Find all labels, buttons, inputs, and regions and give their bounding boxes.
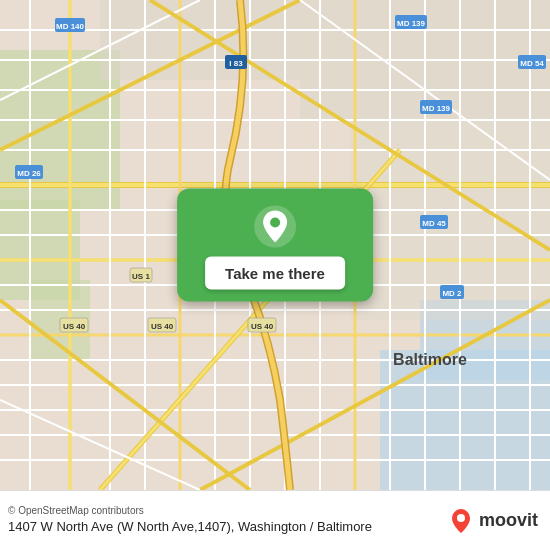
svg-rect-6	[100, 0, 300, 80]
svg-text:MD 26: MD 26	[17, 169, 41, 178]
moovit-logo: moovit	[447, 507, 538, 535]
svg-text:MD 2: MD 2	[442, 289, 462, 298]
svg-point-81	[270, 218, 280, 228]
moovit-pin-icon	[447, 507, 475, 535]
green-card: Take me there	[177, 189, 373, 302]
copyright-text: © OpenStreetMap contributors	[8, 505, 447, 516]
svg-text:US 40: US 40	[63, 322, 86, 331]
address-section: © OpenStreetMap contributors 1407 W Nort…	[8, 505, 447, 536]
svg-text:US 1: US 1	[132, 272, 150, 281]
svg-text:MD 54: MD 54	[520, 59, 544, 68]
svg-text:MD 140: MD 140	[56, 22, 85, 31]
location-pin-icon	[253, 205, 297, 249]
svg-text:MD 45: MD 45	[422, 219, 446, 228]
map-container: MD 140 I 83 MD 139 MD 26 US 1 MD 129 US …	[0, 0, 550, 490]
svg-text:US 40: US 40	[251, 322, 274, 331]
take-me-there-button[interactable]: Take me there	[205, 257, 345, 290]
svg-text:MD 139: MD 139	[397, 19, 426, 28]
svg-text:US 40: US 40	[151, 322, 174, 331]
moovit-brand-text: moovit	[479, 510, 538, 531]
svg-point-82	[457, 514, 465, 522]
bottom-bar: © OpenStreetMap contributors 1407 W Nort…	[0, 490, 550, 550]
svg-text:MD 139: MD 139	[422, 104, 451, 113]
svg-text:Baltimore: Baltimore	[393, 351, 467, 368]
cta-container: Take me there	[177, 189, 373, 302]
address-text: 1407 W North Ave (W North Ave,1407), Was…	[8, 519, 447, 536]
svg-text:I 83: I 83	[229, 59, 243, 68]
